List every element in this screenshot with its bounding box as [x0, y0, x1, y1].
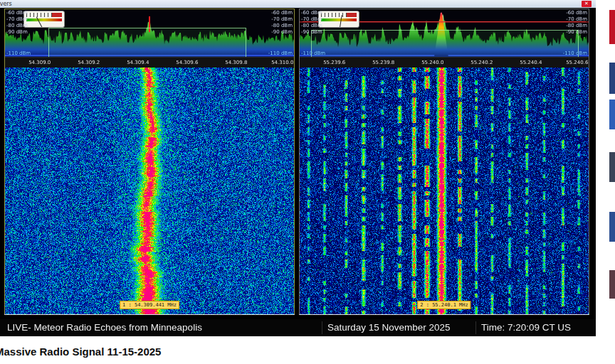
receiver-2-waterfall[interactable]: 2 : 55.240.1 MHz: [300, 68, 589, 314]
meter-color-band: [26, 18, 62, 21]
db-floor-label: -110 dBm: [6, 50, 31, 56]
close-icon: ✕: [584, 1, 589, 6]
meter-color-band: [321, 18, 357, 21]
freq-tick: 54.309.6: [176, 60, 198, 65]
db-label: -80 dBm: [301, 23, 322, 28]
receiver-1-waterfall[interactable]: 1 : 54.309.441 MHz: [5, 68, 294, 314]
db-label: -60 dBm: [566, 10, 587, 16]
waterfall-canvas-2[interactable]: [300, 68, 589, 314]
sdr-console-window: Receivers ✕ -60 dBm -70 dBm -80 dBm -90 …: [0, 0, 596, 336]
video-thumbnail-edge[interactable]: [609, 63, 615, 94]
db-floor-label: -110 dBm: [563, 50, 587, 56]
receiver-1-frequency-badge[interactable]: 1 : 54.309.441 MHz: [120, 301, 179, 309]
video-thumbnail-edge[interactable]: [609, 212, 615, 242]
meter-scale-ticks: [321, 13, 357, 17]
freq-tick: 54.309.0: [28, 60, 51, 65]
db-label: -60 dBm: [6, 10, 28, 16]
db-label: -90 dBm: [566, 29, 587, 35]
db-label: -90 dBm: [6, 29, 28, 35]
window-title: Receivers: [0, 0, 12, 8]
receiver-1-s-meter: [23, 11, 65, 28]
receiver-2-frequency-badge[interactable]: 2 : 55.240.1 MHz: [417, 301, 471, 309]
freq-tick: 55.240.2: [471, 60, 493, 65]
db-floor-label: -110 dBm: [301, 50, 325, 56]
meter-scale-ticks: [26, 13, 62, 17]
db-label: -80 dBm: [271, 23, 293, 28]
freq-tick: 55.240.4: [520, 60, 542, 65]
video-thumbnail-edge[interactable]: [609, 100, 615, 129]
freq-tick: 54.309.2: [78, 60, 100, 65]
receiver-2-frequency-scale[interactable]: 55.239.6 55.239.8 55.240.0 55.240.2 55.2…: [300, 57, 589, 68]
freq-tick: 55.240.6: [566, 60, 588, 65]
status-live-text: LIVE- Meteor Radio Echoes from Minneapol…: [7, 322, 202, 333]
db-label: -70 dBm: [271, 16, 293, 22]
status-divider: [322, 321, 322, 334]
receiver-1-frequency-scale[interactable]: 54.309.0 54.309.2 54.309.4 54.309.6 54.3…: [5, 57, 294, 68]
receiver-1-panel: -60 dBm -70 dBm -80 dBm -90 dBm -60 dBm …: [4, 9, 295, 315]
db-label: -80 dBm: [6, 23, 28, 28]
receiver-2-panel: -60 dBm -70 dBm -80 dBm -90 dBm -60 dBm …: [299, 9, 589, 315]
video-caption: Massive Radio Signal 11-15-2025: [0, 346, 612, 358]
status-bar: LIVE- Meteor Radio Echoes from Minneapol…: [0, 319, 596, 336]
receiver-2-s-meter: [318, 11, 359, 28]
receiver-2-spectrum[interactable]: -60 dBm -70 dBm -80 dBm -90 dBm -60 dBm …: [300, 9, 589, 57]
status-divider: [475, 321, 476, 334]
db-label: -60 dBm: [271, 10, 293, 16]
db-label: -70 dBm: [6, 16, 28, 22]
freq-tick: 54.310.0: [271, 60, 293, 65]
freq-tick: 55.240.0: [421, 60, 443, 65]
video-thumbnail-edge[interactable]: [609, 10, 615, 44]
video-thumbnail-edge[interactable]: [609, 270, 615, 299]
db-label: -70 dBm: [566, 16, 587, 22]
waterfall-canvas-1[interactable]: [5, 68, 294, 314]
status-time-text: Time: 7:20:09 CT US: [481, 322, 571, 333]
db-label: -80 dBm: [566, 23, 587, 28]
receiver-1-spectrum[interactable]: -60 dBm -70 dBm -80 dBm -90 dBm -60 dBm …: [5, 9, 294, 57]
status-date-text: Saturday 15 November 2025: [327, 322, 451, 333]
db-label: -60 dBm: [301, 10, 322, 16]
freq-tick: 54.309.4: [127, 60, 149, 65]
freq-tick: 55.239.6: [323, 60, 345, 65]
db-label: -90 dBm: [301, 29, 322, 35]
db-label: -90 dBm: [271, 29, 293, 35]
window-close-button[interactable]: ✕: [582, 1, 592, 7]
db-label: -70 dBm: [301, 16, 322, 22]
video-thumbnail-edge[interactable]: [609, 152, 615, 182]
window-titlebar[interactable]: Receivers ✕: [0, 0, 596, 8]
screenshot-root: Receivers ✕ -60 dBm -70 dBm -80 dBm -90 …: [0, 0, 615, 364]
receiver-2-filter-passband[interactable]: [311, 30, 579, 57]
freq-tick: 54.309.8: [225, 60, 247, 65]
db-floor-label: -110 dBm: [268, 50, 293, 56]
receiver-1-filter-passband[interactable]: [48, 28, 246, 57]
edge-video-thumbnails[interactable]: [609, 0, 615, 364]
caption-text: Massive Radio Signal 11-15-2025: [0, 346, 161, 358]
freq-tick: 55.239.8: [372, 60, 394, 65]
